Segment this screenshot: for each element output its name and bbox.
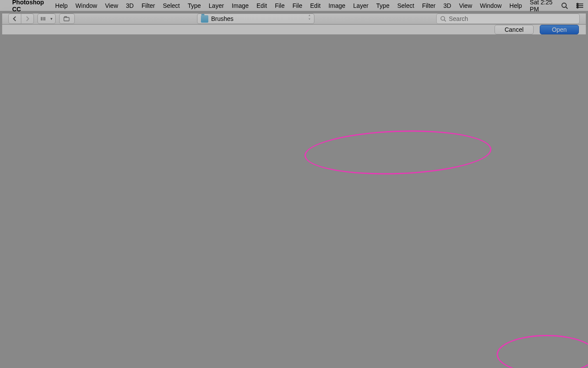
svg-point-0 [562,3,566,7]
back-button[interactable] [8,14,21,24]
svg-line-1 [566,7,568,9]
menu-layer[interactable]: Layer [353,2,368,9]
annotation-ellipse [304,128,492,178]
menu-select[interactable]: Select [397,2,414,9]
path-label: Brushes [211,15,234,22]
menu-filter[interactable]: Filter [422,2,435,9]
menu-window[interactable]: Window [76,2,97,9]
open-file-dialog: ▾ Brushes ˄˅ Adobe Acrobat DC▶Adobe Crea… [2,13,586,14]
menu-3d[interactable]: 3D [444,2,451,9]
svg-point-12 [441,17,445,20]
svg-point-7 [577,7,578,8]
nav-back-forward [8,14,34,24]
menu-view[interactable]: View [459,2,472,9]
menu-help[interactable]: Help [55,2,68,9]
menu-image[interactable]: Image [232,2,249,9]
menu-type[interactable]: Type [187,2,200,9]
control-center-icon[interactable] [576,2,584,10]
menu-window[interactable]: Window [480,2,502,9]
dialog-footer: Cancel Open [2,24,586,34]
menu-help[interactable]: Help [509,2,522,9]
menu-3d[interactable]: 3D [126,2,134,9]
menu-filter[interactable]: Filter [141,2,155,9]
menubar-clock: Sat 2:25 PM [530,0,553,13]
menu-view[interactable]: View [105,2,118,9]
group-button[interactable] [59,14,75,24]
search-input[interactable] [449,15,576,22]
svg-rect-11 [64,17,69,21]
folder-icon [201,15,208,23]
view-mode-button[interactable]: ▾ [37,14,56,24]
svg-line-13 [444,20,446,22]
path-popup[interactable]: Brushes ˄˅ [197,14,314,24]
app-menu[interactable]: Photoshop CC [12,0,47,13]
svg-point-5 [577,3,578,4]
search-field[interactable] [436,14,580,24]
menu-select[interactable]: Select [163,2,180,9]
open-button[interactable]: Open [540,25,579,34]
spotlight-icon[interactable] [561,2,568,10]
menu-file[interactable]: File [292,2,302,9]
forward-button[interactable] [21,14,34,24]
chevron-updown-icon: ˄˅ [308,15,311,22]
svg-point-6 [577,5,578,6]
menu-image[interactable]: Image [328,2,345,9]
cancel-button[interactable]: Cancel [494,25,534,34]
menu-edit[interactable]: Edit [257,2,267,9]
annotation-ellipse [497,335,588,368]
menu-type[interactable]: Type [376,2,389,9]
system-menubar: Photoshop CC HelpWindowView3DFilterSelec… [0,0,588,11]
menu-edit[interactable]: Edit [310,2,321,9]
menu-file[interactable]: File [275,2,285,9]
dialog-toolbar: ▾ Brushes ˄˅ [2,14,586,24]
menu-layer[interactable]: Layer [209,2,224,9]
